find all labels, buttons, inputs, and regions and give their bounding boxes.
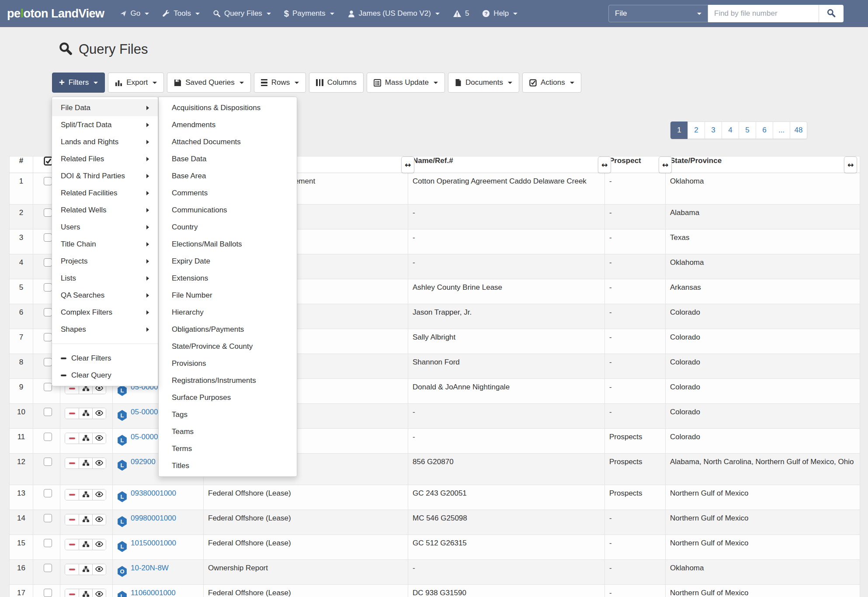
row-checkbox[interactable]: [44, 258, 52, 267]
menu-item-related-facilities[interactable]: Related Facilities: [52, 184, 158, 201]
columns-button[interactable]: Columns: [309, 73, 364, 93]
file-number-link[interactable]: 05-0000: [131, 433, 158, 441]
row-checkbox[interactable]: [44, 208, 52, 217]
submenu-item-extensions[interactable]: Extensions: [159, 270, 297, 287]
row-checkbox[interactable]: [44, 333, 52, 341]
nav-payments-menu[interactable]: $ Payments: [284, 9, 334, 19]
nav-go-menu[interactable]: Go: [119, 9, 149, 18]
row-checkbox[interactable]: [44, 458, 52, 466]
row-checkbox[interactable]: [44, 177, 52, 185]
submenu-item-base-area[interactable]: Base Area: [159, 167, 297, 184]
file-number-link[interactable]: 10150001000: [131, 539, 176, 547]
submenu-item-amendments[interactable]: Amendments: [159, 116, 297, 133]
rows-button[interactable]: Rows: [254, 73, 306, 93]
remove-row-button[interactable]: [65, 564, 79, 575]
menu-item-complex-filters[interactable]: Complex Filters: [52, 304, 158, 321]
submenu-item-country[interactable]: Country: [159, 219, 297, 236]
remove-row-button[interactable]: [65, 458, 79, 469]
preview-button[interactable]: [92, 408, 106, 419]
preview-button[interactable]: [92, 539, 106, 550]
page-button-4[interactable]: 4: [722, 121, 739, 139]
submenu-item-tags[interactable]: Tags: [159, 406, 297, 423]
column-resize-handle[interactable]: ↔: [401, 156, 414, 173]
search-category-select[interactable]: File: [608, 5, 708, 22]
menu-item-doi-third-parties[interactable]: DOI & Third Parties: [52, 167, 158, 184]
hierarchy-button[interactable]: [79, 458, 92, 469]
remove-row-button[interactable]: [65, 539, 79, 550]
nav-alerts[interactable]: 5: [453, 9, 469, 18]
file-number-link[interactable]: 09980001000: [131, 514, 176, 522]
menu-item-clear-filters[interactable]: Clear Filters: [52, 350, 158, 367]
remove-row-button[interactable]: [65, 489, 79, 500]
submenu-item-communications[interactable]: Communications: [159, 201, 297, 219]
page-button-1[interactable]: 1: [670, 121, 688, 139]
remove-row-button[interactable]: [65, 514, 79, 525]
remove-row-button[interactable]: [65, 433, 79, 444]
menu-item-users[interactable]: Users: [52, 219, 158, 236]
preview-button[interactable]: [92, 458, 106, 469]
file-number-search-input[interactable]: [708, 5, 819, 22]
submenu-item-titles[interactable]: Titles: [159, 457, 297, 474]
column-resize-handle[interactable]: ↔: [844, 156, 857, 173]
hierarchy-button[interactable]: [79, 489, 92, 500]
submenu-item-obligations-payments[interactable]: Obligations/Payments: [159, 321, 297, 338]
page-button-2[interactable]: 2: [687, 121, 705, 139]
column-resize-handle[interactable]: ↔: [659, 156, 672, 173]
submenu-item-teams[interactable]: Teams: [159, 423, 297, 440]
file-number-link[interactable]: 10-20N-8W: [131, 564, 169, 572]
app-logo[interactable]: peloton LandView: [7, 7, 104, 21]
file-number-link[interactable]: 09380001000: [131, 489, 176, 497]
nav-help-menu[interactable]: ? Help: [482, 9, 517, 18]
row-checkbox[interactable]: [44, 233, 52, 242]
menu-item-file-data[interactable]: File Data: [52, 99, 158, 116]
row-checkbox[interactable]: [44, 589, 52, 597]
menu-item-split-tract-data[interactable]: Split/Tract Data: [52, 116, 158, 133]
search-submit-button[interactable]: [819, 5, 844, 22]
row-checkbox[interactable]: [44, 433, 52, 441]
column-resize-handle[interactable]: ↔: [598, 156, 611, 173]
row-checkbox[interactable]: [44, 408, 52, 416]
submenu-item-state-province-county[interactable]: State/Province & County: [159, 338, 297, 355]
row-checkbox[interactable]: [44, 539, 52, 547]
hierarchy-button[interactable]: [79, 539, 92, 550]
preview-button[interactable]: [92, 433, 106, 444]
submenu-item-attached-documents[interactable]: Attached Documents: [159, 133, 297, 150]
file-number-link[interactable]: 05-0000: [131, 408, 158, 416]
submenu-item-acquisitions-dispositions[interactable]: Acquisitions & Dispositions: [159, 99, 297, 116]
menu-item-shapes[interactable]: Shapes: [52, 321, 158, 338]
remove-row-button[interactable]: [65, 408, 79, 419]
menu-item-clear-query[interactable]: Clear Query: [52, 367, 158, 384]
submenu-item-elections-mail-ballots[interactable]: Elections/Mail Ballots: [159, 236, 297, 253]
page-button-6[interactable]: 6: [756, 121, 773, 139]
hierarchy-button[interactable]: [79, 433, 92, 444]
preview-button[interactable]: [92, 514, 106, 525]
nav-user-menu[interactable]: James (US Demo V2): [347, 9, 440, 18]
export-button[interactable]: Export: [108, 73, 164, 93]
row-checkbox[interactable]: [44, 514, 52, 522]
preview-button[interactable]: [92, 589, 106, 597]
submenu-item-surface-purposes[interactable]: Surface Purposes: [159, 389, 297, 406]
menu-item-lists[interactable]: Lists: [52, 270, 158, 287]
menu-item-qa-searches[interactable]: QA Searches: [52, 287, 158, 304]
preview-button[interactable]: [92, 489, 106, 500]
remove-row-button[interactable]: [65, 589, 79, 597]
submenu-item-expiry-date[interactable]: Expiry Date: [159, 253, 297, 270]
hierarchy-button[interactable]: [79, 589, 92, 597]
submenu-item-provisions[interactable]: Provisions: [159, 355, 297, 372]
menu-item-related-files[interactable]: Related Files: [52, 150, 158, 167]
menu-item-projects[interactable]: Projects: [52, 253, 158, 270]
submenu-item-hierarchy[interactable]: Hierarchy: [159, 304, 297, 321]
row-checkbox[interactable]: [44, 489, 52, 497]
nav-tools-menu[interactable]: Tools: [162, 9, 200, 18]
page-button-5[interactable]: 5: [739, 121, 756, 139]
hierarchy-button[interactable]: [79, 408, 92, 419]
row-checkbox[interactable]: [44, 358, 52, 366]
nav-query-files-menu[interactable]: Query Files: [213, 9, 271, 18]
submenu-item-terms[interactable]: Terms: [159, 440, 297, 457]
page-button-48[interactable]: 48: [790, 121, 807, 139]
row-checkbox[interactable]: [44, 308, 52, 316]
preview-button[interactable]: [92, 564, 106, 575]
row-checkbox[interactable]: [44, 283, 52, 292]
menu-item-title-chain[interactable]: Title Chain: [52, 236, 158, 253]
file-number-link[interactable]: 11060001000: [131, 589, 176, 597]
